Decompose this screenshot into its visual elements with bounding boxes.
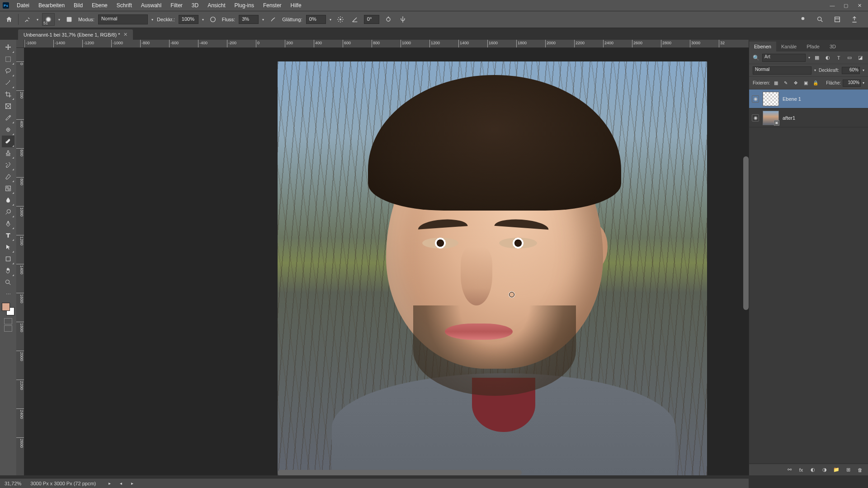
menu-type[interactable]: Schrift [113,1,136,10]
menu-edit[interactable]: Bearbeiten [34,1,69,10]
menu-image[interactable]: Bild [70,1,87,10]
filter-type-icon[interactable]: T [835,54,843,62]
chevron-down-icon[interactable]: ▾ [814,68,816,72]
chevron-down-icon[interactable]: ▾ [863,81,864,85]
angle-input[interactable]: 0° [364,15,379,24]
tab-3d[interactable]: 3D [825,42,841,52]
maximize-button[interactable]: ▢ [840,1,852,9]
layer-opacity-input[interactable]: 60% [842,67,860,74]
ruler-origin[interactable] [16,40,24,48]
menu-layer[interactable]: Ebene [88,1,112,10]
frame-tool[interactable] [2,100,14,112]
filter-pixel-icon[interactable]: ▦ [813,54,821,62]
path-select-tool[interactable] [2,241,14,253]
layer-name[interactable]: after1 [783,115,865,121]
layer-thumbnail[interactable]: ▣ [763,111,779,125]
quickmask-icon[interactable] [4,318,12,324]
layer-row[interactable]: ◉ Ebene 1 [749,89,868,108]
status-flyout-icon[interactable]: ▸ [108,481,111,486]
visibility-toggle-icon[interactable]: ◉ [752,95,759,103]
dodge-tool[interactable] [2,206,14,218]
opacity-input[interactable]: 100% [179,15,198,24]
layer-fill-input[interactable]: 100% [843,80,861,87]
airbrush-icon[interactable] [268,14,278,25]
menu-help[interactable]: Hilfe [287,1,306,10]
pen-tool[interactable] [2,218,14,230]
hand-tool[interactable] [2,265,14,277]
eyedropper-tool[interactable] [2,112,14,124]
tab-channels[interactable]: Kanäle [776,42,802,52]
tool-preset-icon[interactable] [22,14,33,25]
workspace-icon[interactable] [832,14,843,25]
screenmode-icon[interactable] [4,325,12,332]
minimize-button[interactable]: — [826,1,838,9]
layer-filter-input[interactable]: Art [762,54,806,62]
foreground-color-swatch[interactable] [2,303,10,311]
chevron-down-icon[interactable]: ▾ [202,18,204,22]
adjustment-layer-icon[interactable]: ◑ [821,466,828,474]
chevron-down-icon[interactable]: ▾ [58,18,60,22]
brush-preview[interactable]: 51 [42,13,55,26]
pressure-size-icon[interactable] [383,14,394,25]
horizontal-ruler[interactable]: -1600-1400-1200-1000-800-600-400-2000200… [24,40,749,48]
visibility-toggle-icon[interactable]: ◉ [752,114,759,122]
tab-layers[interactable]: Ebenen [749,42,776,52]
color-swatches[interactable] [2,303,14,315]
lock-transparent-icon[interactable]: ▦ [772,80,780,87]
vertical-scrollbar[interactable] [743,156,749,310]
blur-tool[interactable] [2,194,14,206]
menu-file[interactable]: Datei [13,1,33,10]
filter-smart-icon[interactable]: ◪ [856,54,864,62]
vertical-ruler[interactable]: 0200400600800100012001400160018002000220… [16,48,24,475]
horizontal-scrollbar[interactable] [278,470,522,475]
wand-tool[interactable] [2,77,14,89]
symmetry-icon[interactable] [397,14,408,25]
close-button[interactable]: ✕ [854,1,865,9]
lasso-tool[interactable] [2,65,14,77]
chevron-down-icon[interactable]: ▾ [808,56,810,60]
status-nav-left-icon[interactable]: ◂ [120,481,122,486]
menu-select[interactable]: Auswahl [137,1,165,10]
chevron-down-icon[interactable]: ▾ [863,68,864,72]
gradient-tool[interactable] [2,183,14,194]
menu-filter[interactable]: Filter [166,1,187,10]
eraser-tool[interactable] [2,171,14,183]
search-icon[interactable]: 🔍 [753,55,760,61]
new-layer-icon[interactable]: ⊞ [844,466,852,474]
chevron-down-icon[interactable]: ▾ [262,18,264,22]
smoothing-gear-icon[interactable] [335,14,346,25]
filter-shape-icon[interactable]: ▭ [845,54,854,62]
brush-tool[interactable] [2,136,14,147]
lock-artboard-icon[interactable]: ▣ [802,80,810,87]
pin-icon[interactable] [797,14,808,25]
menu-view[interactable]: Ansicht [203,1,229,10]
layer-fx-icon[interactable]: fx [797,466,805,474]
move-tool[interactable] [2,42,14,53]
chevron-down-icon[interactable]: ▾ [37,18,38,22]
status-nav-right-icon[interactable]: ▸ [131,481,133,486]
blend-mode-select[interactable]: Normal [753,66,811,75]
document-tab[interactable]: Unbenannt-1 bei 31,7% (Ebene 1, RGB/8) *… [18,29,133,40]
healing-tool[interactable] [2,124,14,136]
search-icon[interactable] [815,14,826,25]
share-icon[interactable] [849,14,860,25]
lock-position-icon[interactable]: ✥ [792,80,800,87]
close-tab-icon[interactable]: ✕ [123,32,127,38]
brush-panel-toggle-icon[interactable] [64,14,75,25]
crop-tool[interactable] [2,89,14,100]
blend-mode-select[interactable]: Normal [98,14,148,24]
home-button[interactable] [4,14,14,25]
type-tool[interactable] [2,230,14,241]
menu-3d[interactable]: 3D [188,1,203,10]
smoothing-input[interactable]: 0% [306,15,326,24]
shape-tool[interactable] [2,253,14,265]
stamp-tool[interactable] [2,147,14,159]
zoom-level[interactable]: 31,72% [5,481,21,486]
lock-pixels-icon[interactable]: ✎ [782,80,790,87]
lock-all-icon[interactable]: 🔒 [811,80,820,87]
chevron-down-icon[interactable]: ▾ [151,18,153,22]
filter-adjust-icon[interactable]: ◐ [824,54,832,62]
canvas[interactable] [24,48,749,475]
marquee-tool[interactable] [2,53,14,65]
layer-row[interactable]: ◉ ▣ after1 [749,108,868,127]
